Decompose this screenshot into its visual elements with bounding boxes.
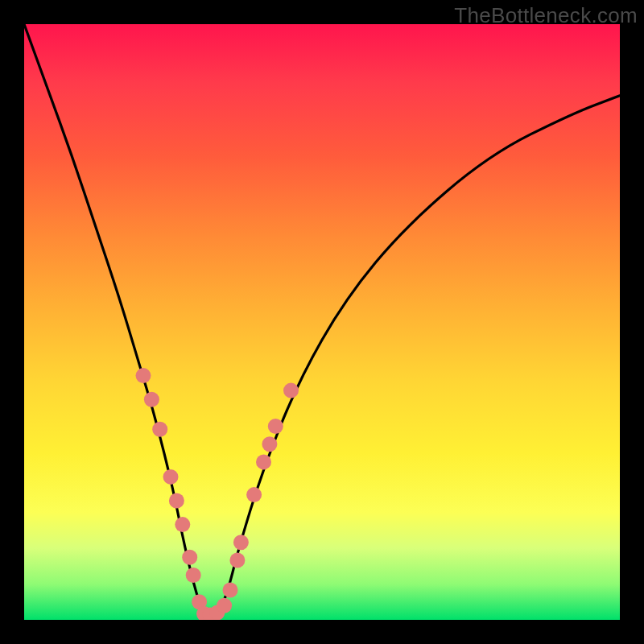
plot-area	[24, 24, 620, 620]
highlight-dot	[136, 368, 151, 383]
highlight-dot	[182, 550, 197, 565]
highlight-dot	[144, 392, 159, 407]
highlight-dot	[217, 598, 232, 613]
highlight-dot	[262, 436, 277, 452]
highlight-dot	[163, 469, 179, 485]
bottleneck-curve	[24, 24, 620, 620]
highlight-dot	[268, 419, 283, 434]
highlight-dot	[186, 568, 201, 583]
curve-layer	[24, 24, 620, 620]
highlight-dot	[246, 487, 262, 502]
highlight-dot	[256, 454, 271, 469]
highlight-dot	[152, 422, 167, 437]
chart-frame: TheBottleneck.com	[0, 0, 644, 644]
highlight-dot	[223, 583, 238, 598]
watermark-text: TheBottleneck.com	[454, 3, 638, 28]
highlight-dot	[229, 553, 245, 568]
highlight-dot	[283, 383, 299, 398]
highlight-dot	[175, 517, 190, 532]
highlight-dot	[169, 493, 184, 509]
highlight-dots	[136, 368, 299, 620]
highlight-dot	[233, 535, 249, 550]
